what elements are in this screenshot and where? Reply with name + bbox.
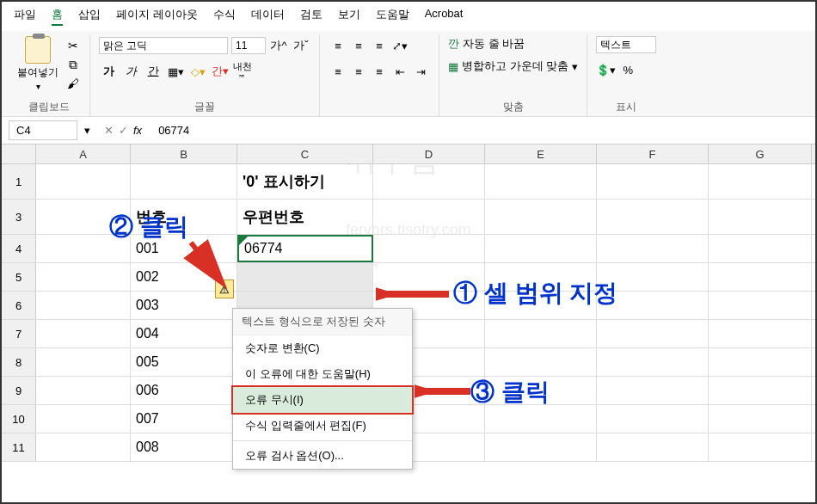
- menu-item-help[interactable]: 이 오류에 대한 도움말(H): [233, 361, 412, 387]
- underline-button[interactable]: 간: [144, 62, 163, 81]
- cell[interactable]: [36, 320, 131, 347]
- align-center-icon[interactable]: ≡: [349, 62, 368, 81]
- name-box[interactable]: [9, 120, 77, 140]
- cell[interactable]: [485, 433, 597, 461]
- row-header[interactable]: 10: [2, 405, 36, 433]
- cell[interactable]: [373, 200, 485, 234]
- row-header[interactable]: 8: [2, 348, 36, 376]
- cell[interactable]: [36, 292, 131, 319]
- cell[interactable]: 번호: [131, 200, 237, 234]
- decrease-font-icon[interactable]: 가ˇ: [292, 36, 310, 55]
- italic-button[interactable]: 가: [121, 62, 140, 81]
- chevron-down-icon[interactable]: ▾: [572, 60, 578, 73]
- menu-formulas[interactable]: 수식: [213, 7, 236, 26]
- cell[interactable]: [485, 320, 597, 347]
- currency-button[interactable]: 💲▾: [596, 60, 615, 79]
- col-header-A[interactable]: A: [36, 144, 131, 163]
- cell[interactable]: 008: [131, 433, 237, 461]
- error-warning-icon[interactable]: ⚠: [215, 280, 234, 298]
- merge-center-button[interactable]: ▦ 병합하고 가운데 맞춤 ▾: [448, 58, 578, 74]
- col-header-B[interactable]: B: [131, 144, 237, 163]
- cell[interactable]: [485, 235, 597, 262]
- cell[interactable]: [237, 263, 373, 291]
- menu-view[interactable]: 보기: [338, 7, 360, 26]
- cell[interactable]: 004: [131, 320, 237, 347]
- chevron-down-icon[interactable]: ▾: [36, 82, 40, 91]
- menu-review[interactable]: 검토: [300, 7, 322, 26]
- row-header[interactable]: 5: [2, 263, 36, 291]
- cell[interactable]: [36, 433, 131, 461]
- cell[interactable]: [485, 164, 597, 199]
- name-box-dropdown-icon[interactable]: ▾: [84, 124, 90, 137]
- cell[interactable]: [373, 263, 485, 291]
- align-bottom-icon[interactable]: ≡: [370, 36, 389, 55]
- cell[interactable]: [597, 292, 709, 319]
- cell[interactable]: [36, 200, 131, 234]
- cell[interactable]: [597, 405, 709, 433]
- copy-icon[interactable]: ⧉: [65, 57, 81, 72]
- cancel-icon[interactable]: ✕: [104, 124, 114, 137]
- fx-icon[interactable]: fx: [133, 124, 142, 137]
- align-top-icon[interactable]: ≡: [329, 36, 347, 55]
- cell[interactable]: [709, 405, 812, 433]
- percent-button[interactable]: %: [618, 60, 637, 79]
- cell[interactable]: [485, 292, 597, 319]
- menu-acrobat[interactable]: Acrobat: [425, 7, 464, 26]
- menu-page-layout[interactable]: 페이지 레이아웃: [116, 7, 198, 26]
- cell[interactable]: [709, 200, 812, 234]
- cell[interactable]: [485, 348, 597, 376]
- col-header-D[interactable]: D: [373, 144, 485, 163]
- cell[interactable]: [485, 405, 597, 433]
- cell[interactable]: 006: [131, 377, 237, 404]
- increase-font-icon[interactable]: 가^: [269, 36, 288, 55]
- phonetic-button[interactable]: 내천ᄍ: [233, 62, 252, 81]
- cell[interactable]: [709, 377, 812, 404]
- cell[interactable]: [485, 263, 597, 291]
- bold-button[interactable]: 가: [99, 62, 118, 81]
- cell[interactable]: [485, 377, 597, 404]
- row-header[interactable]: 11: [2, 433, 36, 461]
- cell[interactable]: [597, 320, 709, 347]
- indent-increase-icon[interactable]: ⇥: [411, 62, 430, 81]
- menu-item-ignore-error[interactable]: 오류 무시(I): [231, 385, 414, 415]
- cell[interactable]: [709, 164, 812, 199]
- menu-file[interactable]: 파일: [14, 7, 36, 26]
- row-header[interactable]: 6: [2, 292, 36, 319]
- formula-input[interactable]: [156, 121, 808, 139]
- cell[interactable]: [373, 164, 485, 199]
- cell[interactable]: 우편번호: [237, 200, 373, 234]
- cell[interactable]: [597, 235, 709, 262]
- orientation-icon[interactable]: ⤢▾: [390, 36, 409, 55]
- font-name-select[interactable]: [99, 37, 228, 54]
- cell[interactable]: 007: [131, 405, 237, 433]
- cell[interactable]: [597, 263, 709, 291]
- cell[interactable]: [597, 164, 709, 199]
- col-header-C[interactable]: C: [237, 144, 373, 163]
- wrap-text-button[interactable]: 깐 자동 줄 바꿈: [448, 36, 525, 52]
- row-header[interactable]: 4: [2, 235, 36, 262]
- cell[interactable]: [485, 200, 597, 234]
- cell[interactable]: '0' 표시하기: [237, 164, 373, 199]
- align-left-icon[interactable]: ≡: [329, 62, 347, 81]
- cell[interactable]: [597, 200, 709, 234]
- row-header[interactable]: 7: [2, 320, 36, 347]
- align-middle-icon[interactable]: ≡: [349, 36, 368, 55]
- cell[interactable]: [597, 377, 709, 404]
- font-color-button[interactable]: 간▾: [211, 62, 230, 81]
- menu-insert[interactable]: 삽입: [78, 7, 101, 26]
- cell[interactable]: [36, 164, 131, 199]
- cell[interactable]: [709, 292, 812, 319]
- align-right-icon[interactable]: ≡: [370, 62, 389, 81]
- cell[interactable]: [131, 164, 237, 199]
- cut-icon[interactable]: ✂: [65, 38, 81, 53]
- row-header[interactable]: 3: [2, 200, 36, 234]
- format-painter-icon[interactable]: 🖌: [65, 76, 81, 91]
- menu-item-error-options[interactable]: 오류 검사 옵션(O)...: [233, 443, 412, 469]
- font-size-select[interactable]: [231, 37, 266, 54]
- cell[interactable]: [709, 235, 812, 262]
- menu-help[interactable]: 도움말: [376, 7, 409, 26]
- cell[interactable]: [36, 377, 131, 404]
- select-all-corner[interactable]: [2, 144, 36, 163]
- menu-data[interactable]: 데이터: [251, 7, 285, 26]
- cell[interactable]: [36, 263, 131, 291]
